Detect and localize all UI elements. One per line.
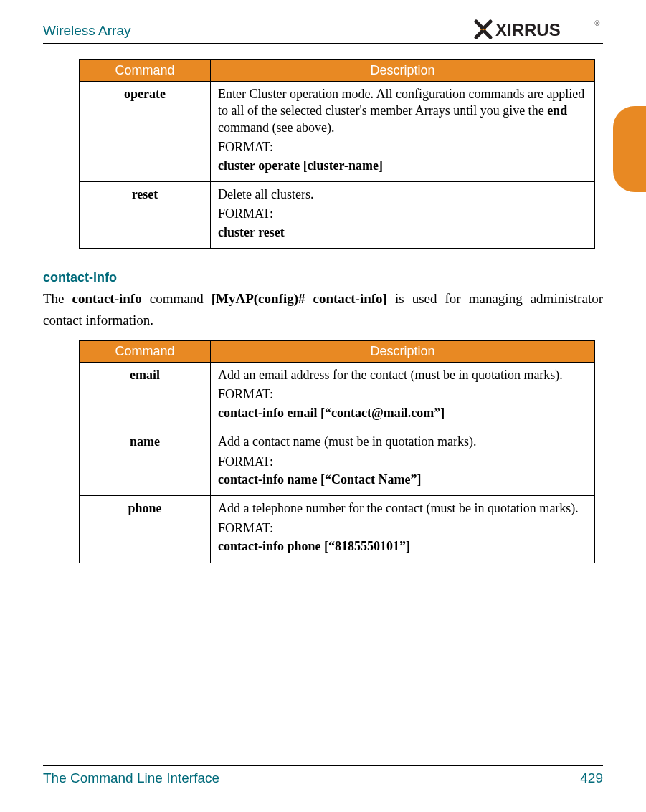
section-intro: The contact-info command [MyAP(config)# … [43, 288, 603, 330]
cmd-description: Add a telephone number for the contact (… [211, 496, 595, 563]
col-header-command: Command [80, 60, 211, 82]
cmd-name: email [80, 363, 211, 429]
contact-info-commands-table: Command Description email Add an email a… [79, 340, 595, 563]
col-header-description: Description [211, 60, 595, 82]
cmd-description: Add an email address for the contact (mu… [211, 363, 595, 429]
table-row: name Add a contact name (must be in quot… [80, 429, 595, 496]
cmd-name: reset [80, 181, 211, 248]
cluster-commands-table: Command Description operate Enter Cluste… [79, 59, 595, 249]
page-number: 429 [580, 770, 603, 786]
brand-logo: XIRRUS ® [474, 19, 603, 40]
cmd-description: Enter Cluster operation mode. All config… [211, 82, 595, 182]
cmd-description: Add a contact name (must be in quotation… [211, 429, 595, 496]
table-header-row: Command Description [80, 341, 595, 363]
header-title: Wireless Array [43, 19, 130, 39]
table-row: phone Add a telephone number for the con… [80, 496, 595, 563]
cmd-name: phone [80, 496, 211, 563]
side-tab-icon [613, 106, 646, 192]
table-row: operate Enter Cluster operation mode. Al… [80, 82, 595, 182]
cmd-name: name [80, 429, 211, 496]
col-header-description: Description [211, 341, 595, 363]
table-row: email Add an email address for the conta… [80, 363, 595, 429]
section-heading: contact-info [43, 270, 603, 285]
footer-section: The Command Line Interface [43, 770, 219, 786]
cmd-name: operate [80, 82, 211, 182]
table-header-row: Command Description [80, 60, 595, 82]
page-footer: The Command Line Interface 429 [43, 765, 603, 786]
page-header: Wireless Array XIRRUS ® [43, 19, 603, 44]
table-row: reset Delete all clusters. FORMAT: clust… [80, 181, 595, 248]
svg-text:®: ® [594, 19, 600, 27]
col-header-command: Command [80, 341, 211, 363]
cmd-description: Delete all clusters. FORMAT: cluster res… [211, 181, 595, 248]
svg-text:XIRRUS: XIRRUS [495, 20, 561, 39]
